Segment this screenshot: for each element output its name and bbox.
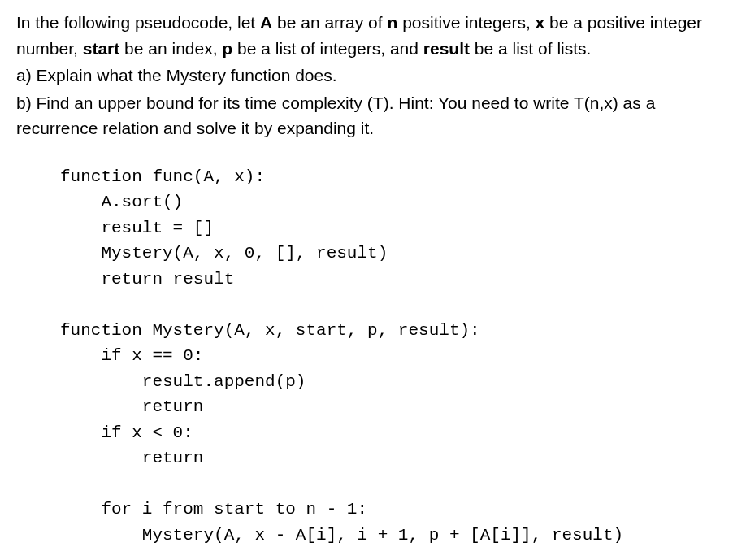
intro-text: be a list of lists. xyxy=(470,39,591,58)
var-n: n xyxy=(387,13,397,32)
intro-text: be an index, xyxy=(119,39,222,58)
intro-text: In the following pseudocode, let xyxy=(16,13,260,32)
intro-text: be a list of integers, and xyxy=(232,39,423,58)
var-A: A xyxy=(260,13,272,32)
question-a: a) Explain what the Mystery function doe… xyxy=(16,63,730,89)
var-x: x xyxy=(536,13,545,32)
var-p: p xyxy=(222,39,232,58)
intro-text: positive integers, xyxy=(397,13,535,32)
var-result: result xyxy=(423,39,470,58)
question-b: b) Find an upper bound for its time comp… xyxy=(16,90,730,141)
problem-intro: In the following pseudocode, let A be an… xyxy=(16,10,730,61)
pseudocode-block: function func(A, x): A.sort() result = [… xyxy=(60,164,730,549)
intro-text: be an array of xyxy=(272,13,387,32)
var-start: start xyxy=(83,39,120,58)
